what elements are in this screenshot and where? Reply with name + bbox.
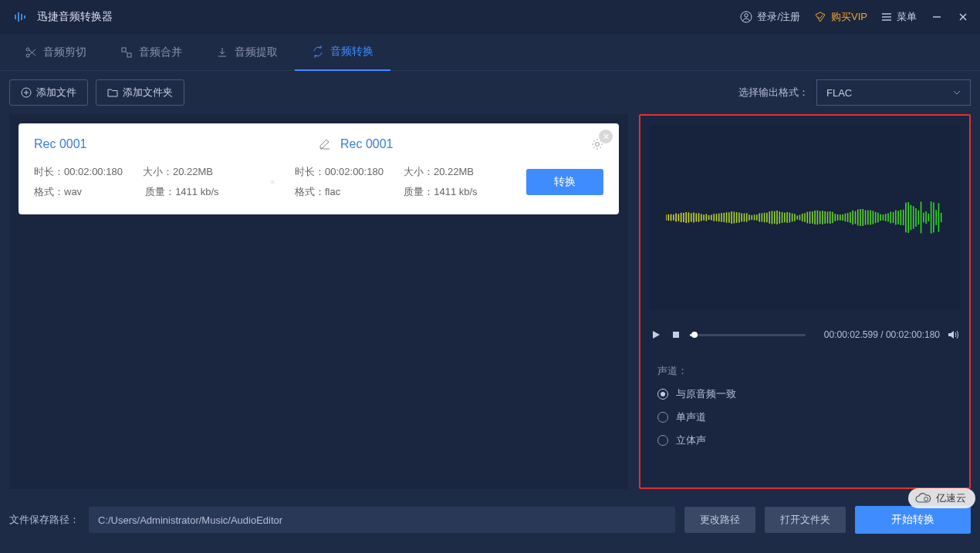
channel-title: 声道：: [657, 364, 952, 378]
tab-merge-label: 音频合并: [139, 46, 182, 59]
file-item: ✕ Rec 0001 Rec 0001 时长：00:02:00:180 大小：2…: [19, 123, 619, 214]
nav-tabs: 音频剪切 音频合并 音频提取 音频转换: [0, 34, 980, 71]
svg-line-18: [126, 52, 127, 53]
convert-button[interactable]: 转换: [526, 169, 603, 195]
tab-extract-label: 音频提取: [235, 46, 278, 59]
svg-point-22: [596, 143, 600, 147]
radio-icon: [657, 389, 668, 400]
time-display: 00:00:02.599 / 00:02:00:180: [824, 329, 940, 340]
output-format-select[interactable]: FLAC: [816, 79, 971, 106]
channel-stereo-radio[interactable]: 立体声: [657, 433, 952, 447]
svg-point-134: [924, 497, 928, 501]
svg-point-12: [26, 48, 29, 51]
waveform-icon: [666, 191, 944, 244]
menu-button[interactable]: 菜单: [881, 10, 917, 24]
watermark: 亿速云: [908, 488, 975, 508]
stop-button[interactable]: [670, 329, 682, 341]
source-meta: 时长：00:02:00:180 大小：20.22MB 格式：wav 质量：141…: [34, 162, 250, 202]
hamburger-icon: [881, 12, 892, 22]
close-icon: [958, 12, 968, 22]
svg-line-15: [29, 49, 35, 55]
volume-button[interactable]: [948, 329, 960, 341]
radio-icon: [657, 412, 668, 423]
volume-icon: [948, 329, 960, 340]
add-file-label: 添加文件: [36, 86, 76, 99]
save-path-label: 文件保存路径：: [9, 513, 79, 527]
svg-rect-16: [122, 48, 126, 52]
main-area: ✕ Rec 0001 Rec 0001 时长：00:02:00:180 大小：2…: [0, 114, 980, 498]
tab-audio-merge[interactable]: 音频合并: [103, 34, 199, 71]
tab-convert-label: 音频转换: [330, 45, 373, 59]
shuffle-icon[interactable]: [265, 175, 279, 189]
scissors-icon: [25, 46, 37, 59]
svg-point-13: [26, 54, 29, 57]
output-format-label: 选择输出格式：: [738, 86, 809, 99]
add-file-button[interactable]: 添加文件: [9, 79, 88, 106]
tab-cut-label: 音频剪切: [43, 46, 86, 59]
toolbar: 添加文件 添加文件夹 选择输出格式： FLAC: [0, 71, 980, 114]
chevron-down-icon: [953, 90, 961, 95]
extract-icon: [216, 46, 228, 59]
stop-icon: [672, 331, 680, 339]
channel-same-radio[interactable]: 与原音频一致: [657, 387, 952, 401]
channel-options: 声道： 与原音频一致 单声道 立体声: [657, 364, 952, 457]
svg-rect-17: [127, 53, 131, 57]
app-logo-icon: [11, 8, 29, 26]
play-icon: [651, 330, 661, 339]
minimize-icon: [932, 12, 941, 22]
add-folder-button[interactable]: 添加文件夹: [96, 79, 184, 106]
save-path-input[interactable]: [89, 507, 675, 533]
footer: 文件保存路径： 更改路径 打开文件夹 开始转换: [0, 498, 980, 541]
folder-icon: [107, 87, 118, 98]
vip-label: 购买VIP: [831, 10, 867, 24]
target-file-name: Rec 0001: [340, 137, 394, 151]
merge-icon: [120, 46, 133, 59]
format-value: FLAC: [826, 87, 852, 99]
close-button[interactable]: [957, 11, 969, 23]
file-list-panel: ✕ Rec 0001 Rec 0001 时长：00:02:00:180 大小：2…: [9, 114, 628, 489]
tab-audio-cut[interactable]: 音频剪切: [8, 34, 103, 71]
play-button[interactable]: [650, 329, 662, 341]
minimize-button[interactable]: [931, 11, 943, 23]
remove-file-button[interactable]: ✕: [599, 130, 613, 143]
convert-icon: [312, 46, 324, 58]
edit-icon[interactable]: [319, 138, 331, 150]
waveform-display: [650, 125, 960, 310]
progress-bar[interactable]: [690, 334, 806, 336]
plus-circle-icon: [21, 87, 32, 98]
svg-point-5: [745, 14, 748, 17]
menu-label: 菜单: [897, 10, 917, 24]
svg-line-14: [29, 50, 35, 56]
buy-vip-button[interactable]: 购买VIP: [814, 10, 867, 24]
login-label: 登录/注册: [757, 10, 800, 24]
change-path-button[interactable]: 更改路径: [684, 507, 755, 533]
radio-icon: [657, 435, 668, 446]
login-button[interactable]: 登录/注册: [740, 10, 800, 24]
svg-rect-133: [673, 332, 679, 338]
app-title: 迅捷音频转换器: [37, 10, 113, 24]
channel-mono-radio[interactable]: 单声道: [657, 410, 952, 424]
cloud-icon: [914, 493, 931, 504]
watermark-text: 亿速云: [936, 491, 966, 505]
target-meta: 时长：00:02:00:180 大小：20.22MB 格式：flac 质量：14…: [295, 162, 511, 202]
add-folder-label: 添加文件夹: [123, 86, 173, 99]
tab-audio-convert[interactable]: 音频转换: [295, 34, 390, 71]
source-file-name: Rec 0001: [34, 137, 87, 151]
tab-audio-extract[interactable]: 音频提取: [199, 34, 295, 71]
open-folder-button[interactable]: 打开文件夹: [765, 507, 846, 533]
preview-panel: 00:00:02.599 / 00:02:00:180 声道： 与原音频一致 单…: [639, 114, 971, 489]
vip-diamond-icon: [814, 11, 826, 23]
user-icon: [740, 11, 752, 23]
player-controls: 00:00:02.599 / 00:02:00:180: [650, 319, 960, 350]
start-convert-button[interactable]: 开始转换: [855, 506, 971, 534]
titlebar: 迅捷音频转换器 登录/注册 购买VIP 菜单: [0, 0, 980, 34]
